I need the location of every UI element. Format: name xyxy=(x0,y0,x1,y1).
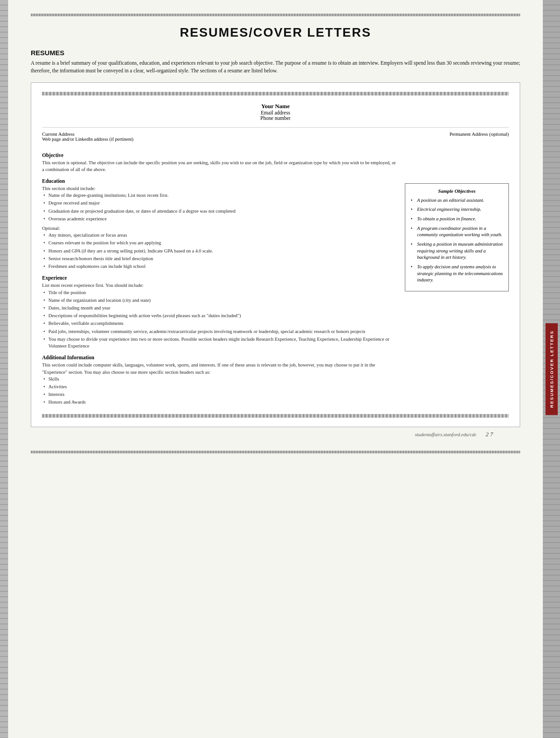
additional-info-list: Skills Activities Interests Honors and A… xyxy=(42,376,398,406)
resumes-intro: A resume is a brief summary of your qual… xyxy=(31,59,520,75)
additional-info-heading: Additional Information xyxy=(42,355,398,360)
sample-objectives-box: Sample Objectives A position as an edito… xyxy=(405,183,509,292)
resume-web-label: Web page and/or LinkedIn address (if per… xyxy=(42,137,133,142)
page-title: RESUMES/COVER LETTERS xyxy=(31,25,520,40)
sample-objectives-title: Sample Objectives xyxy=(411,188,503,194)
resume-email: Email address xyxy=(42,110,509,115)
experience-item: Descriptions of responsibilities beginni… xyxy=(42,312,398,319)
resume-current-address: Current Address Web page and/or LinkedIn… xyxy=(42,131,133,142)
education-item: Overseas academic experience xyxy=(42,215,398,222)
sample-objective-item: Electrical engineering internship. xyxy=(411,206,503,213)
sample-objective-item: A position as an editorial assistant. xyxy=(411,197,503,204)
resume-top-border xyxy=(42,92,509,95)
main-content: RESUMES/COVER LETTERS RESUMES A resume i… xyxy=(8,0,543,738)
education-optional-item: Any minors, specialization or focus area… xyxy=(42,232,398,238)
current-address-label: Current Address xyxy=(42,131,133,137)
resumes-heading: RESUMES xyxy=(31,49,520,57)
resume-left-column: Objective This section is optional. The … xyxy=(42,147,398,407)
experience-item: Paid jobs, internships, volunteer commun… xyxy=(42,328,398,335)
resume-permanent-address: Permanent Address (optional) xyxy=(450,131,509,142)
optional-label: Optional: xyxy=(42,225,398,232)
sample-objective-item: A program coordinator position in a comm… xyxy=(411,225,503,238)
resume-body: Objective This section is optional. The … xyxy=(42,147,509,407)
resume-bottom-border xyxy=(42,414,509,418)
page-footer: studentaffairs.stanford.edu/cdc 2 7 xyxy=(31,427,520,442)
right-sidebar: RESUMES/COVER LETTERS xyxy=(543,0,560,738)
additional-info-item: Skills xyxy=(42,376,398,382)
education-item: Degree received and major xyxy=(42,200,398,206)
experience-item: Name of the organization and location (c… xyxy=(42,297,398,304)
resume-phone: Phone number xyxy=(42,115,509,121)
sample-objectives-list: A position as an editorial assistant. El… xyxy=(411,197,503,284)
objective-heading: Objective xyxy=(42,152,398,158)
education-optional-list: Any minors, specialization or focus area… xyxy=(42,232,398,270)
education-item: Graduation date or projected graduation … xyxy=(42,208,398,214)
resume-right-column: Sample Objectives A position as an edito… xyxy=(405,147,509,407)
education-text: This section should include: Name of the… xyxy=(42,185,398,270)
footer-url: studentaffairs.stanford.edu/cdc xyxy=(415,432,476,437)
resume-name: Your Name xyxy=(42,103,509,110)
experience-item: Dates, including month and year xyxy=(42,305,398,311)
experience-item: Title of the position xyxy=(42,289,398,296)
experience-heading: Experience xyxy=(42,275,398,281)
resume-address-row: Current Address Web page and/or LinkedIn… xyxy=(42,127,509,142)
side-tab-label: RESUMES/COVER LETTERS xyxy=(546,323,558,415)
resume-document: Your Name Email address Phone number Cur… xyxy=(31,82,520,427)
left-decorative-strip xyxy=(0,0,8,738)
page-container: RESUMES/COVER LETTERS RESUMES A resume i… xyxy=(0,0,560,738)
sample-objective-item: Seeking a position in museum administrat… xyxy=(411,241,503,261)
objective-text: This section is optional. The objective … xyxy=(42,159,398,173)
education-list: Name of the degree-granting institutions… xyxy=(42,192,398,222)
page-number: 2 7 xyxy=(486,431,493,438)
sample-objective-item: To obtain a position in finance. xyxy=(411,216,503,223)
education-optional-item: Freshmen and sophomores can include high… xyxy=(42,263,398,270)
sample-objective-item: To apply decision and systems analysis t… xyxy=(411,264,503,284)
experience-item: Believable, verifiable accomplishments xyxy=(42,320,398,327)
additional-info-item: Interests xyxy=(42,391,398,398)
education-item: Name of the degree-granting institutions… xyxy=(42,192,398,199)
education-heading: Education xyxy=(42,178,398,184)
additional-info-item: Activities xyxy=(42,383,398,390)
experience-list: Title of the position Name of the organi… xyxy=(42,289,398,350)
experience-item: You may choose to divide your experience… xyxy=(42,336,398,349)
resume-header: Your Name Email address Phone number xyxy=(42,103,509,121)
education-optional-item: Courses relevant to the position for whi… xyxy=(42,239,398,246)
experience-text: List most recent experience first. You s… xyxy=(42,282,398,349)
education-optional-item: Honors and GPA (if they are a strong sel… xyxy=(42,248,398,254)
additional-info-item: Honors and Awards xyxy=(42,399,398,405)
education-optional-item: Senior research/honors thesis title and … xyxy=(42,255,398,262)
additional-info-text: This section could include computer skil… xyxy=(42,362,398,405)
